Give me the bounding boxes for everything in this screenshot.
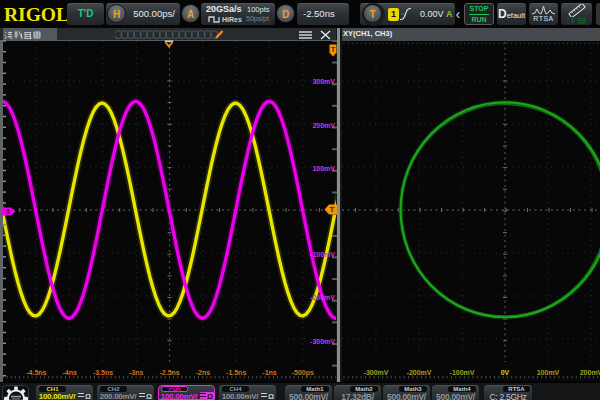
svg-text:3: 3	[5, 207, 9, 216]
svg-text:T: T	[330, 205, 335, 214]
svg-text:T: T	[330, 45, 335, 54]
